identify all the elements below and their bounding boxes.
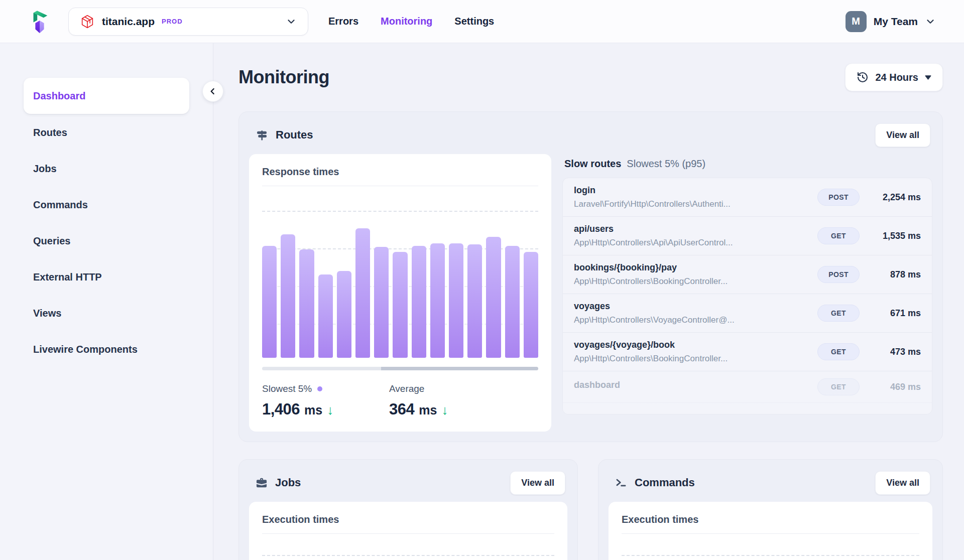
http-method-badge: GET [817, 305, 860, 322]
route-name: voyages/{voyage}/book [574, 340, 808, 350]
commands-execution-times-card: Execution times [609, 502, 932, 560]
divider [622, 533, 919, 534]
slow-routes-list: login Laravel\Fortify\Http\Controllers\A… [562, 178, 932, 414]
stat-slowest: Slowest 5% 1,406 ms ↓ [262, 383, 389, 418]
team-menu[interactable]: M My Team [846, 11, 936, 32]
response-time-bar[interactable] [374, 247, 389, 358]
slow-routes-title: Slow routes [564, 158, 621, 170]
commands-execution-times-title: Execution times [622, 514, 919, 525]
app-selector-dropdown[interactable]: titanic.app PROD [68, 8, 308, 36]
response-time-bar[interactable] [449, 243, 463, 358]
time-range-button[interactable]: 24 Hours [845, 63, 943, 91]
sidebar-item[interactable]: Livewire Components [24, 331, 189, 367]
chart-scrollbar[interactable] [262, 367, 538, 370]
slow-route-row[interactable]: login Laravel\Fortify\Http\Controllers\A… [563, 178, 932, 217]
nightwatch-logo-icon [28, 8, 51, 35]
route-handler: App\Http\Controllers\BookingController..… [574, 354, 808, 364]
sidebar-nav: Dashboard Routes Jobs Commands Queries [0, 78, 213, 367]
sidebar-item[interactable]: Views [24, 295, 189, 331]
route-duration: 671 ms [860, 308, 921, 319]
env-badge: PROD [162, 18, 183, 25]
route-name: voyages [574, 301, 808, 312]
series-dot-icon [317, 386, 322, 391]
http-method-badge: POST [817, 266, 860, 283]
stat-slowest-label: Slowest 5% [262, 383, 312, 394]
chart-scrollbar-thumb [381, 367, 539, 370]
route-name: login [574, 185, 808, 196]
team-avatar: M [846, 11, 867, 32]
trend-down-icon: ↓ [441, 402, 448, 418]
response-times-bars [262, 192, 538, 358]
jobs-view-all-button[interactable]: View all [510, 471, 565, 495]
trend-down-icon: ↓ [327, 402, 333, 418]
jobs-execution-times-title: Execution times [262, 514, 554, 525]
sidebar-item-label: External HTTP [33, 271, 102, 283]
nav-link[interactable]: Errors [328, 16, 358, 27]
route-duration: 473 ms [860, 347, 921, 357]
route-duration: 469 ms [860, 382, 921, 392]
app-name: titanic.app [102, 16, 155, 28]
nav-link[interactable]: Settings [454, 16, 494, 27]
route-name: bookings/{booking}/pay [574, 262, 808, 273]
sidebar-item[interactable]: Commands [24, 187, 189, 223]
response-time-bar[interactable] [355, 228, 370, 358]
response-time-bar[interactable] [486, 237, 501, 358]
response-times-chart [262, 192, 538, 358]
http-method-badge: POST [817, 189, 860, 206]
sidebar-item[interactable]: Jobs [24, 151, 189, 187]
response-time-bar[interactable] [262, 246, 277, 358]
main-content: Monitoring 24 Hours Routes V [213, 43, 964, 560]
stat-average-unit: ms [419, 403, 437, 417]
response-time-bar[interactable] [299, 249, 314, 358]
routes-view-all-button[interactable]: View all [875, 123, 930, 147]
slow-route-row[interactable]: bookings/{booking}/pay App\Http\Controll… [563, 255, 932, 294]
sidebar-item[interactable]: External HTTP [24, 259, 189, 295]
response-times-title: Response times [262, 166, 538, 178]
routes-panel: Routes View all Response times [238, 111, 943, 442]
stat-average-value: 364 [389, 400, 414, 418]
sidebar-item-label: Routes [33, 127, 67, 138]
chevron-down-icon [286, 16, 297, 27]
sidebar-collapse-button[interactable] [202, 81, 223, 102]
route-duration: 1,535 ms [860, 231, 921, 241]
route-handler: Laravel\Fortify\Http\Controllers\Authent… [574, 199, 808, 209]
sidebar-item[interactable]: Dashboard [24, 78, 189, 114]
commands-panel-title: Commands [635, 476, 695, 489]
response-time-bar[interactable] [318, 274, 333, 358]
jobs-panel-title: Jobs [275, 476, 301, 489]
response-times-card: Response times [249, 154, 551, 432]
response-time-bar[interactable] [505, 246, 520, 358]
response-time-bar[interactable] [430, 243, 445, 358]
slow-route-row[interactable]: api/users App\Http\Controllers\Api\ApiUs… [563, 217, 932, 255]
sidebar-item-label: Queries [33, 235, 70, 247]
stat-average: Average 364 ms ↓ [389, 383, 516, 418]
commands-view-all-button[interactable]: View all [875, 471, 930, 495]
slow-routes-section: Slow routes Slowest 5% (p95) login Larav… [562, 154, 932, 432]
gridline [262, 555, 554, 556]
nav-link[interactable]: Monitoring [381, 16, 432, 27]
chevron-left-icon [208, 86, 218, 96]
stat-slowest-value: 1,406 [262, 400, 300, 418]
sidebar-item[interactable]: Queries [24, 223, 189, 259]
response-time-bar[interactable] [393, 252, 407, 358]
stat-slowest-unit: ms [304, 403, 322, 417]
response-time-bar[interactable] [281, 234, 295, 358]
history-icon [857, 71, 869, 83]
http-method-badge: GET [817, 343, 860, 360]
slow-route-row[interactable]: dashboard GET 469 ms [563, 371, 932, 403]
commands-panel: Commands View all Execution times [598, 459, 943, 560]
briefcase-icon [255, 476, 268, 489]
response-time-bar[interactable] [337, 271, 351, 358]
slow-route-row[interactable]: voyages App\Http\Controllers\VoyageContr… [563, 294, 932, 333]
sidebar: Dashboard Routes Jobs Commands Queries [0, 43, 213, 560]
response-time-bar[interactable] [524, 252, 538, 358]
route-handler: App\Http\Controllers\VoyageController@..… [574, 315, 808, 325]
sidebar-item-label: Dashboard [33, 90, 85, 102]
response-time-bar[interactable] [412, 246, 426, 358]
main-nav: Errors Monitoring Settings [328, 16, 494, 27]
divider [262, 533, 554, 534]
sidebar-item[interactable]: Routes [24, 114, 189, 151]
slow-route-row[interactable]: voyages/{voyage}/book App\Http\Controlle… [563, 333, 932, 371]
divider [262, 186, 538, 186]
response-time-bar[interactable] [467, 244, 482, 358]
